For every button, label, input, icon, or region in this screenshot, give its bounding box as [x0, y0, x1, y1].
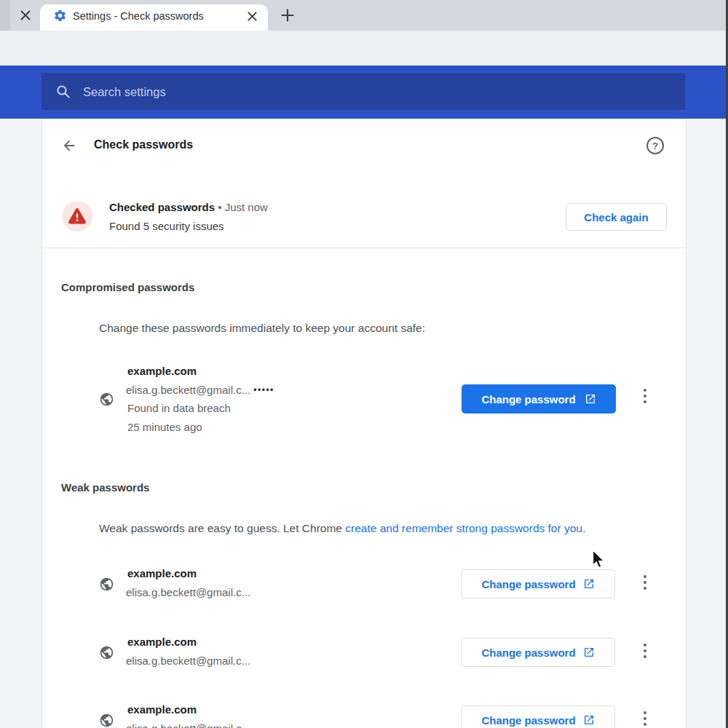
tab-title: Settings - Check passwords	[73, 10, 204, 22]
change-password-button[interactable]: Change password	[462, 384, 616, 414]
weak-entry: example.com elisa.g.beckett@gmail.c... C…	[0, 697, 728, 728]
compromised-entry: example.com elisa.g.beckett@gmail.c... •…	[0, 360, 728, 440]
search-box[interactable]	[41, 73, 685, 110]
globe-icon	[99, 392, 114, 407]
weak-entry: example.com elisa.g.beckett@gmail.c... C…	[0, 561, 728, 607]
globe-icon	[99, 645, 114, 660]
status-line: Checked passwords • Just now	[109, 201, 268, 213]
search-input[interactable]	[82, 80, 667, 103]
change-password-button[interactable]: Change password	[461, 569, 615, 598]
settings-toolbar	[0, 66, 728, 119]
window-edge	[0, 0, 10, 31]
search-icon	[56, 84, 71, 99]
close-icon[interactable]	[20, 9, 31, 21]
more-options-icon[interactable]	[641, 708, 649, 728]
compromised-heading: Compromised passwords	[61, 281, 194, 293]
address-bar[interactable]: me://settings/passwords/check?start=true	[0, 31, 728, 66]
external-link-icon	[585, 393, 596, 405]
external-link-icon	[583, 646, 595, 658]
tab-close-icon[interactable]	[247, 11, 258, 22]
compromised-description: Change these passwords immediately to ke…	[99, 322, 425, 335]
entry-site: example.com	[127, 365, 197, 377]
entry-site: example.com	[127, 636, 197, 648]
browser-window: Settings - Check passwords me://settings…	[0, 0, 728, 728]
help-icon[interactable]: ?	[646, 137, 664, 154]
entry-username: elisa.g.beckett@gmail.c...	[126, 586, 250, 598]
change-password-button[interactable]: Change password	[461, 638, 615, 667]
entry-time: 25 minutes ago	[127, 421, 202, 433]
globe-icon	[99, 577, 114, 592]
status-subtitle: Found 5 security issues	[109, 220, 224, 232]
entry-reason: Found in data breach	[127, 402, 231, 414]
strong-passwords-link[interactable]: create and remember strong passwords for…	[345, 522, 585, 534]
entry-username: elisa.g.beckett@gmail.c... •••••	[126, 384, 274, 396]
entry-site: example.com	[127, 703, 197, 716]
weak-entry: example.com elisa.g.beckett@gmail.c... C…	[0, 629, 728, 676]
mouse-cursor	[590, 550, 606, 569]
tab-strip: Settings - Check passwords	[0, 0, 728, 31]
check-again-button[interactable]: Check again	[566, 203, 667, 231]
divider	[42, 248, 686, 248]
warning-icon	[62, 201, 92, 232]
change-password-button[interactable]: Change password	[461, 705, 615, 728]
more-options-icon[interactable]	[641, 572, 649, 593]
more-options-icon[interactable]	[641, 641, 649, 661]
settings-gear-icon	[53, 9, 67, 23]
new-tab-icon[interactable]	[281, 9, 294, 22]
entry-username: elisa.g.beckett@gmail.c...	[126, 654, 250, 667]
password-mask: •••••	[253, 385, 274, 395]
external-link-icon	[583, 578, 595, 590]
external-link-icon	[583, 714, 595, 726]
more-options-icon[interactable]	[641, 386, 649, 406]
tab-settings[interactable]: Settings - Check passwords	[40, 4, 268, 31]
weak-heading: Weak passwords	[61, 481, 149, 494]
globe-icon	[99, 713, 114, 728]
entry-site: example.com	[127, 567, 197, 579]
weak-description: Weak passwords are easy to guess. Let Ch…	[99, 522, 585, 535]
page-title: Check passwords	[94, 138, 193, 151]
back-arrow-icon[interactable]	[61, 138, 77, 154]
entry-username: elisa.g.beckett@gmail.c...	[126, 722, 250, 728]
